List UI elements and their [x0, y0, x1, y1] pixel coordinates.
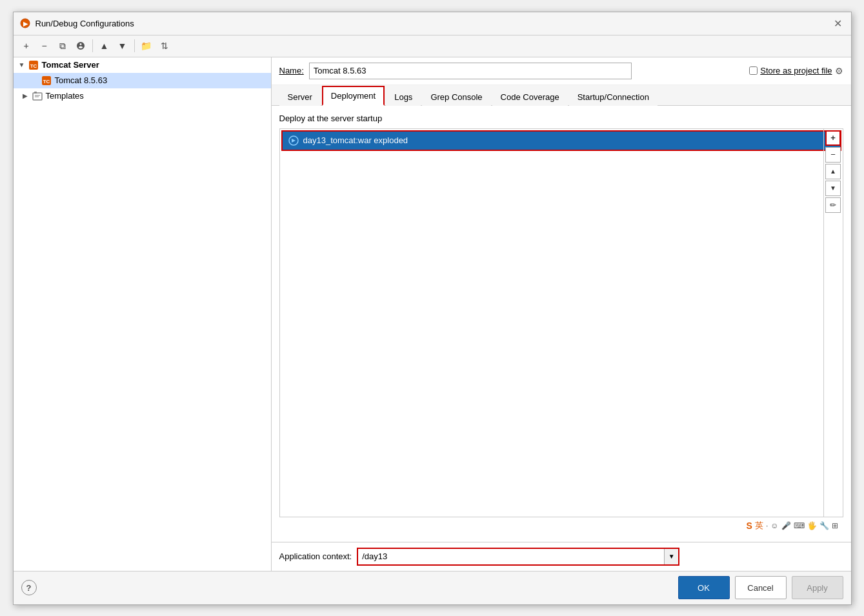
tab-logs[interactable]: Logs [386, 88, 421, 106]
im-punctuation-icon: · [766, 521, 768, 530]
im-keyboard-icon[interactable]: ⌨ [794, 521, 805, 530]
run-debug-dialog: ▶ Run/Debug Configurations ✕ + − ⧉ ▲ ▼ 📁… [13, 12, 852, 605]
deploy-list: day13_tomcat:war exploded [280, 129, 843, 517]
deploy-item-icon [288, 135, 299, 146]
add-config-button[interactable]: + [19, 38, 34, 54]
deploy-down-button[interactable]: ▼ [825, 181, 841, 196]
deploy-up-button[interactable]: ▲ [825, 164, 841, 179]
im-tools-icon[interactable]: 🔧 [819, 521, 829, 530]
tab-server[interactable]: Server [279, 88, 321, 106]
tab-startup-connection[interactable]: Startup/Connection [569, 88, 658, 106]
remove-deploy-button[interactable]: − [825, 147, 841, 163]
deploy-item-text: day13_tomcat:war exploded [303, 135, 408, 145]
toolbar-separator-1 [92, 39, 93, 52]
sort-button[interactable]: ⇅ [157, 38, 172, 54]
cancel-button[interactable]: Cancel [735, 576, 787, 599]
name-input[interactable] [309, 63, 632, 79]
add-deploy-button[interactable]: + [825, 130, 841, 146]
deploy-edit-button[interactable]: ✏ [825, 197, 841, 213]
templates-label: Templates [46, 91, 84, 101]
sidebar: ▼ TC Tomcat Server TC T [14, 57, 272, 571]
im-grid-icon[interactable]: ⊞ [832, 521, 838, 530]
side-buttons: + − ▲ ▼ ✏ [823, 129, 843, 517]
toolbar-separator-2 [134, 39, 135, 52]
im-chinese-char: 英 [755, 520, 763, 532]
store-gear-icon[interactable]: ⚙ [835, 66, 843, 76]
sogou-logo: S [747, 521, 752, 531]
tree-item-tomcat-instance[interactable]: TC Tomcat 8.5.63 [14, 73, 271, 88]
svg-text:TC: TC [30, 63, 37, 69]
context-dropdown-button[interactable]: ▼ [664, 549, 678, 564]
title-bar-left: ▶ Run/Debug Configurations [20, 18, 134, 28]
tab-code-coverage[interactable]: Code Coverage [492, 88, 568, 106]
bottom-bar: ? OK Cancel Apply [14, 571, 851, 604]
im-emoji-icon[interactable]: ☺ [770, 521, 778, 530]
app-context-input[interactable] [358, 549, 664, 564]
deployment-panel: Deploy at the server startup day13_tomca… [272, 106, 851, 542]
tomcat-server-label: Tomcat Server [42, 60, 99, 70]
settings-button[interactable] [73, 38, 88, 54]
ok-button[interactable]: OK [678, 576, 730, 599]
tab-grep-console[interactable]: Grep Console [422, 88, 490, 106]
deploy-label: Deploy at the server startup [279, 114, 843, 123]
svg-rect-9 [34, 92, 37, 94]
store-as-project-checkbox[interactable] [749, 66, 758, 75]
bottom-actions: OK Cancel Apply [678, 576, 843, 599]
tree-expand-tomcat: ▼ [19, 61, 28, 68]
dialog-title: Run/Debug Configurations [35, 19, 134, 28]
help-button[interactable]: ? [21, 580, 37, 595]
tomcat-server-icon: TC [28, 59, 39, 71]
copy-config-button[interactable]: ⧉ [55, 38, 70, 54]
context-input-wrap: ▼ [357, 548, 679, 566]
name-label: Name: [279, 66, 304, 75]
main-content: ▼ TC Tomcat Server TC T [14, 57, 851, 571]
remove-config-button[interactable]: − [37, 38, 52, 54]
tree-item-templates[interactable]: ▶ Templates [14, 88, 271, 104]
tomcat-instance-icon: TC [41, 75, 52, 86]
dialog-icon: ▶ [20, 18, 30, 28]
folder-button[interactable]: 📁 [139, 38, 154, 54]
tree-expand-templates: ▶ [23, 92, 32, 99]
move-up-button[interactable]: ▲ [97, 38, 112, 54]
im-skin-icon[interactable]: 🖐 [807, 521, 817, 530]
toolbar: + − ⧉ ▲ ▼ 📁 ⇅ [14, 35, 851, 57]
move-down-button[interactable]: ▼ [115, 38, 130, 54]
deploy-item[interactable]: day13_tomcat:war exploded [281, 130, 841, 151]
tabs-row: Server Deployment Logs Grep Console Code… [272, 85, 851, 106]
name-row: Name: Store as project file ⚙ [272, 57, 851, 85]
im-mic-icon[interactable]: 🎤 [781, 521, 791, 530]
tab-deployment[interactable]: Deployment [322, 86, 385, 106]
title-bar: ▶ Run/Debug Configurations ✕ [14, 12, 851, 35]
tree-group-tomcat-server[interactable]: ▼ TC Tomcat Server [14, 57, 271, 73]
app-context-row: Application context: ▼ [272, 542, 851, 571]
templates-icon [32, 90, 43, 102]
tomcat-instance-label: Tomcat 8.5.63 [55, 75, 108, 85]
input-method-bar: S 英 · ☺ 🎤 ⌨ 🖐 🔧 ⊞ [279, 517, 843, 534]
close-button[interactable]: ✕ [831, 16, 845, 31]
deploy-area: day13_tomcat:war exploded + − ▲ ▼ ✏ [279, 128, 843, 517]
right-panel: Name: Store as project file ⚙ Server Dep… [272, 57, 851, 571]
app-context-label: Application context: [279, 551, 352, 561]
store-checkbox-area: Store as project file ⚙ [749, 66, 843, 76]
apply-button[interactable]: Apply [792, 576, 843, 599]
svg-text:TC: TC [43, 79, 50, 84]
store-as-project-label: Store as project file [760, 66, 832, 75]
svg-text:▶: ▶ [23, 21, 28, 27]
